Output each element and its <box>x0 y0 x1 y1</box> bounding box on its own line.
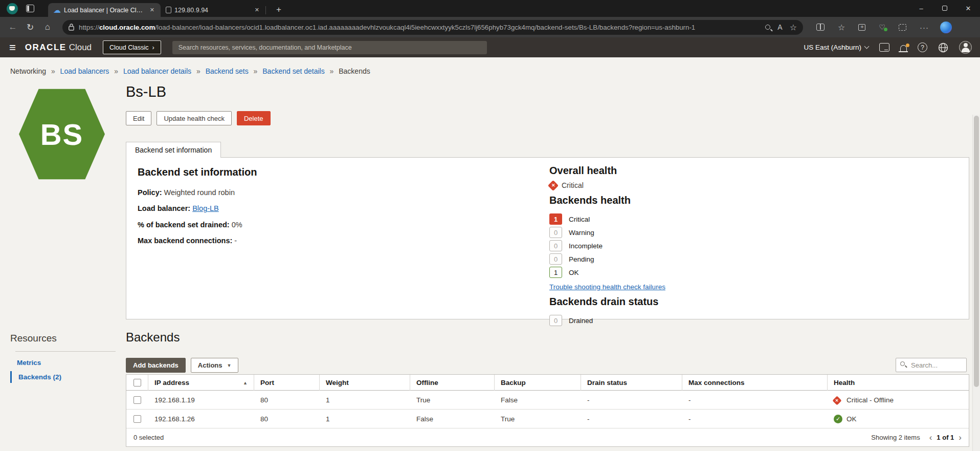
page-next-icon[interactable]: › <box>959 433 962 443</box>
tab-backend-set-information[interactable]: Backend set information <box>126 142 221 158</box>
column-header-max-connections[interactable]: Max connections <box>682 375 828 391</box>
oracle-cloud-logo[interactable]: ORACLECloud <box>25 42 92 53</box>
window-close-button[interactable]: ✕ <box>956 0 980 17</box>
browser-tab-active[interactable]: ☁ Load balancer | Oracle Cloud Infra ✕ <box>48 3 161 17</box>
new-tab-button[interactable]: + <box>273 5 284 15</box>
maximize-button[interactable] <box>933 0 956 17</box>
dropdown-arrow-icon: ▼ <box>227 363 232 368</box>
backend-set-info-column: Backend set information Policy: Weighted… <box>126 158 549 260</box>
critical-diamond-icon: ✕ <box>832 396 841 405</box>
table-row[interactable]: 192.168.1.26 80 1 False True - - ✓OK <box>126 410 969 428</box>
oci-search-input[interactable] <box>172 41 487 54</box>
language-globe-icon[interactable] <box>938 42 948 53</box>
health-status-critical: 1 Critical <box>549 213 969 225</box>
browser-profile-icon[interactable] <box>7 3 18 14</box>
warning-count-badge: 0 <box>549 227 562 238</box>
user-avatar[interactable] <box>959 41 972 54</box>
oci-header: ≡ ORACLECloud Cloud Classic› US East (As… <box>0 37 980 57</box>
scrollbar-thumb[interactable] <box>974 116 979 387</box>
table-footer: 0 selected Showing 2 items ‹ 1 of 1 › <box>126 428 969 446</box>
zoom-icon[interactable] <box>765 25 770 30</box>
actions-button[interactable]: Actions▼ <box>191 358 239 373</box>
help-icon[interactable]: ? <box>918 42 927 52</box>
load-balancer-link[interactable]: Blog-LB <box>192 204 219 212</box>
announcements-bell-icon[interactable] <box>900 45 907 51</box>
page-favicon <box>166 7 171 13</box>
row-checkbox[interactable] <box>133 396 141 404</box>
edit-button[interactable]: Edit <box>126 111 151 125</box>
cell-offline: True <box>410 396 495 404</box>
cloud-shell-icon[interactable] <box>879 43 889 52</box>
breadcrumb-link-load-balancers[interactable]: Load balancers <box>60 67 109 75</box>
row-checkbox[interactable] <box>133 415 141 423</box>
region-selector[interactable]: US East (Ashburn) <box>804 44 868 51</box>
column-header-ip[interactable]: IP address▲ <box>148 375 254 391</box>
field-drained: % of backend set drained: 0% <box>138 219 538 230</box>
url-text: https://cloud.oracle.com/load-balancer/l… <box>79 24 758 31</box>
tab-workspaces-icon[interactable] <box>26 5 34 12</box>
cell-port: 80 <box>254 396 320 404</box>
add-backends-button[interactable]: Add backends <box>126 358 186 373</box>
settings-menu-icon[interactable]: ··· <box>920 23 929 32</box>
tab-close-icon[interactable]: ✕ <box>148 6 157 14</box>
cell-backup: True <box>495 415 581 423</box>
table-row[interactable]: 192.168.1.19 80 1 True False - - ✕Critic… <box>126 391 969 410</box>
pagination: ‹ 1 of 1 › <box>929 433 962 443</box>
pending-count-badge: 0 <box>549 253 562 265</box>
refresh-icon[interactable]: ↻ <box>21 22 39 33</box>
page-indicator: 1 of 1 <box>937 434 954 441</box>
page-title: Bs-LB <box>126 83 166 100</box>
favorites-bar-icon[interactable]: ☆ <box>838 23 845 32</box>
delete-button[interactable]: Delete <box>237 111 271 125</box>
drained-count-badge: 0 <box>549 315 562 326</box>
breadcrumb-link-backend-sets[interactable]: Backend sets <box>206 67 249 75</box>
home-icon[interactable]: ⌂ <box>39 22 56 32</box>
health-status-pending: 0 Pending <box>549 253 969 265</box>
address-bar[interactable]: https://cloud.oracle.com/load-balancer/l… <box>62 20 803 35</box>
minimize-button[interactable]: – <box>909 0 933 17</box>
critical-count-badge: 1 <box>549 213 562 225</box>
page-scrollbar[interactable] <box>972 115 980 451</box>
browser-essentials-icon[interactable]: ♡ <box>879 23 885 31</box>
resources-heading: Resources <box>10 333 57 344</box>
select-all-checkbox[interactable] <box>133 379 141 386</box>
column-header-health[interactable]: Health <box>828 375 969 391</box>
column-header-offline[interactable]: Offline <box>410 375 495 391</box>
breadcrumb-link-load-balancer-details[interactable]: Load balancer details <box>123 67 191 75</box>
back-icon[interactable]: ← <box>4 22 21 32</box>
breadcrumb-item: Networking <box>10 67 46 75</box>
page-prev-icon[interactable]: ‹ <box>929 433 932 443</box>
column-header-weight[interactable]: Weight <box>320 375 410 391</box>
field-load-balancer: Load balancer: Blog-LB <box>138 203 538 214</box>
tab-close-icon[interactable]: ✕ <box>253 6 261 14</box>
column-header-drain-status[interactable]: Drain status <box>581 375 682 391</box>
update-health-check-button[interactable]: Update health check <box>157 111 232 125</box>
backends-table: IP address▲ Port Weight Offline Backup D… <box>126 374 969 447</box>
hamburger-menu-icon[interactable]: ≡ <box>9 42 16 53</box>
field-max-connections: Max backend connections: - <box>138 235 538 246</box>
sidebar-item-metrics[interactable]: Metrics <box>10 357 41 369</box>
favorite-star-icon[interactable]: ☆ <box>790 23 797 32</box>
backends-toolbar: Add backends Actions▼ <box>126 358 238 373</box>
read-aloud-icon[interactable]: A <box>777 23 782 31</box>
copilot-icon[interactable] <box>940 22 952 33</box>
health-column: Overall health ✕ Critical Backends healt… <box>549 158 969 328</box>
cell-port: 80 <box>254 415 320 423</box>
cell-max-connections: - <box>682 396 828 404</box>
column-header-backup[interactable]: Backup <box>495 375 581 391</box>
ok-count-badge: 1 <box>549 267 562 278</box>
collections-icon[interactable] <box>858 24 865 31</box>
sidebar-item-backends[interactable]: Backends (2) <box>10 371 61 383</box>
table-search-input[interactable] <box>896 358 967 372</box>
screenshot-icon[interactable] <box>899 24 906 31</box>
overall-health-heading: Overall health <box>549 165 969 177</box>
troubleshoot-link[interactable]: Trouble shooting health check failures <box>549 283 665 291</box>
breadcrumb: Networking » Load balancers » Load balan… <box>10 67 370 75</box>
cell-health: ✓OK <box>828 415 969 423</box>
browser-tab-inactive[interactable]: 129.80.9.94 ✕ <box>161 3 265 17</box>
breadcrumb-link-backend-set-details[interactable]: Backend set details <box>262 67 324 75</box>
incomplete-count-badge: 0 <box>549 240 562 251</box>
split-screen-icon[interactable] <box>816 24 825 31</box>
cloud-classic-button[interactable]: Cloud Classic› <box>103 40 161 54</box>
column-header-port[interactable]: Port <box>254 375 320 391</box>
